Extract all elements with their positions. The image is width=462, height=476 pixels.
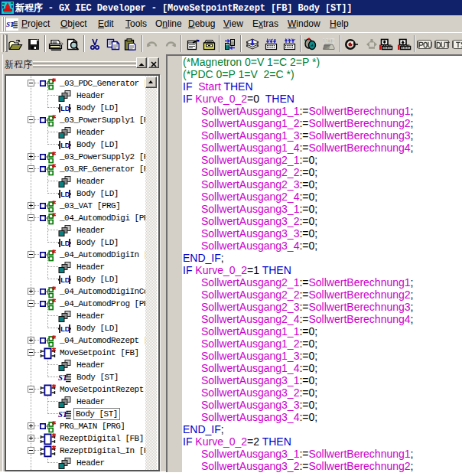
svg-text:LD: LD	[60, 276, 70, 284]
svg-text:LD: LD	[60, 325, 70, 333]
svg-text:LD: LD	[60, 142, 70, 149]
svg-text:LD: LD	[60, 240, 70, 247]
svg-text:MXE: MXE	[323, 38, 335, 44]
svg-text:LD: LD	[60, 191, 70, 198]
svg-text:LD: LD	[60, 105, 70, 112]
svg-text:ST: ST	[6, 21, 15, 28]
